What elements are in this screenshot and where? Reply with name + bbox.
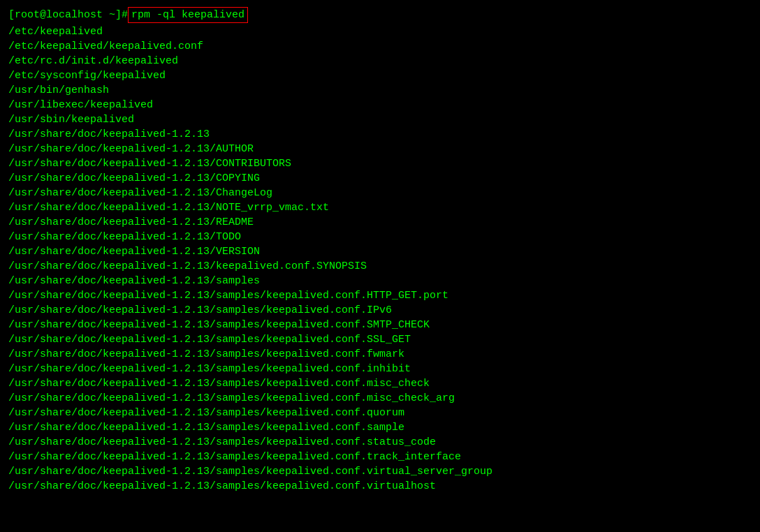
output-line: /usr/bin/genhash <box>8 83 752 98</box>
output-line: /usr/share/doc/keepalived-1.2.13/NOTE_vr… <box>8 200 752 215</box>
output-line: /usr/share/doc/keepalived-1.2.13/samples… <box>8 332 752 347</box>
output-line: /usr/share/doc/keepalived-1.2.13/keepali… <box>8 259 752 274</box>
output-line: /usr/share/doc/keepalived-1.2.13/samples… <box>8 479 752 494</box>
output-line: /usr/share/doc/keepalived-1.2.13/CONTRIB… <box>8 156 752 171</box>
output-line: /usr/share/doc/keepalived-1.2.13/TODO <box>8 230 752 244</box>
output-container: /etc/keepalived/etc/keepalived/keepalive… <box>8 24 752 494</box>
output-line: /usr/share/doc/keepalived-1.2.13/samples… <box>8 288 752 303</box>
output-line: /usr/share/doc/keepalived-1.2.13/samples… <box>8 420 752 435</box>
output-line: /usr/share/doc/keepalived-1.2.13/samples… <box>8 318 752 332</box>
output-line: /usr/share/doc/keepalived-1.2.13/samples… <box>8 406 752 420</box>
output-line: /etc/rc.d/init.d/keepalived <box>8 54 752 68</box>
output-line: /usr/share/doc/keepalived-1.2.13/AUTHOR <box>8 142 752 156</box>
output-line: /usr/share/doc/keepalived-1.2.13/ChangeL… <box>8 186 752 200</box>
output-line: /usr/libexec/keepalived <box>8 98 752 112</box>
prompt-text: [root@localhost ~]# <box>8 8 128 22</box>
output-line: /usr/share/doc/keepalived-1.2.13/samples… <box>8 464 752 479</box>
output-line: /usr/share/doc/keepalived-1.2.13/COPYING <box>8 171 752 186</box>
output-line: /usr/share/doc/keepalived-1.2.13/samples… <box>8 303 752 318</box>
output-line: /etc/keepalived/keepalived.conf <box>8 39 752 54</box>
output-line: /usr/share/doc/keepalived-1.2.13/samples… <box>8 376 752 391</box>
output-line: /usr/share/doc/keepalived-1.2.13/VERSION <box>8 244 752 259</box>
output-line: /usr/share/doc/keepalived-1.2.13 <box>8 127 752 142</box>
output-line: /usr/share/doc/keepalived-1.2.13/samples… <box>8 450 752 464</box>
output-line: /usr/share/doc/keepalived-1.2.13/samples… <box>8 362 752 376</box>
command-box: rpm -ql keepalived <box>128 7 248 23</box>
terminal: [root@localhost ~]# rpm -ql keepalived /… <box>8 7 752 532</box>
output-line: /usr/share/doc/keepalived-1.2.13/README <box>8 215 752 230</box>
output-line: /etc/keepalived <box>8 24 752 39</box>
output-line: /usr/share/doc/keepalived-1.2.13/samples… <box>8 435 752 450</box>
output-line: /usr/share/doc/keepalived-1.2.13/samples… <box>8 347 752 362</box>
output-line: /usr/sbin/keepalived <box>8 112 752 127</box>
output-line: /etc/sysconfig/keepalived <box>8 68 752 83</box>
prompt-line: [root@localhost ~]# rpm -ql keepalived <box>8 7 752 23</box>
output-line: /usr/share/doc/keepalived-1.2.13/samples <box>8 274 752 288</box>
output-line: /usr/share/doc/keepalived-1.2.13/samples… <box>8 391 752 406</box>
